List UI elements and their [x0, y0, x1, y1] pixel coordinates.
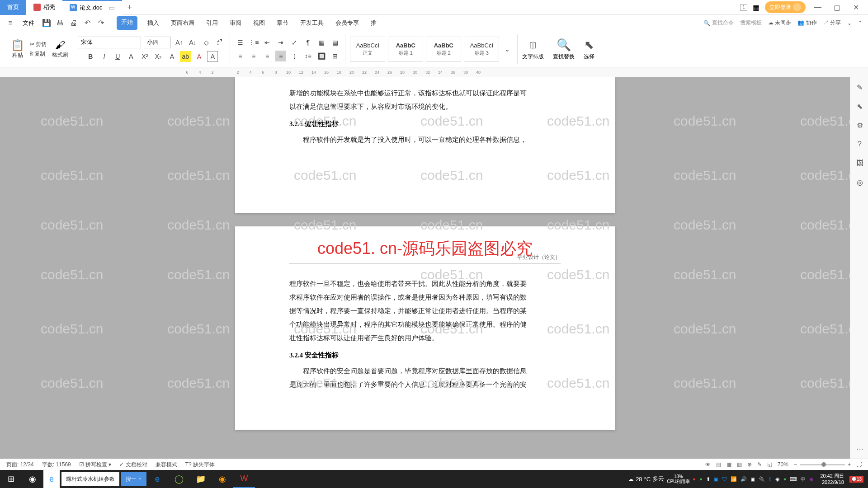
doc-para[interactable]: 以在满足信息管理要求下，从容应对市场环境的变化。 — [289, 100, 561, 113]
tray-wifi-icon[interactable]: 📶 — [731, 476, 737, 482]
style-h3[interactable]: AaBbCcI标题 3 — [464, 37, 499, 62]
page-2[interactable]: 毕业设计（论文） 程序软件一旦不稳定，也会给使用者带来干扰。因此从性能分析的角度… — [235, 226, 615, 430]
file-menu[interactable]: 文件 — [19, 17, 38, 29]
shrink-font-icon[interactable]: A↓ — [187, 37, 198, 48]
tab-document[interactable]: 论文.doc▭ — [62, 0, 122, 15]
menu-tab-view[interactable]: 视图 — [251, 16, 267, 30]
tray-icon[interactable]: ◉ — [809, 476, 814, 482]
tray-icon[interactable]: 🔌 — [759, 476, 765, 482]
minimize-button[interactable]: — — [811, 0, 825, 14]
pointer-icon[interactable]: ⬉ — [854, 101, 865, 112]
grid-icon[interactable]: ▦ — [753, 3, 760, 12]
cpu-widget[interactable]: 18%CPU利用率 — [667, 474, 690, 484]
char-border-button[interactable]: A — [207, 51, 218, 62]
tab-add[interactable]: + — [122, 3, 138, 12]
taskbar-search-button[interactable]: 搜一下 — [121, 472, 146, 486]
spell-check[interactable]: ☑ 拼写检查 ▾ — [79, 461, 112, 469]
paste-icon[interactable]: 📋 — [11, 39, 24, 52]
menu-expand-icon[interactable]: ⌄ — [847, 20, 852, 26]
more-icon[interactable]: ⋯ — [854, 443, 865, 454]
numbering-button[interactable]: ⋮≡ — [248, 37, 259, 48]
text-effect-button[interactable]: A — [166, 51, 177, 62]
size-select[interactable] — [144, 37, 171, 48]
edit-icon[interactable]: ✎ — [757, 461, 762, 468]
save-icon[interactable]: 💾 — [42, 18, 52, 28]
tab-doc-menu-icon[interactable]: ▭ — [109, 4, 115, 11]
font-color-button[interactable]: A — [193, 51, 204, 62]
ie-icon[interactable]: e — [43, 470, 60, 488]
edge-icon[interactable]: e — [146, 470, 168, 488]
tray-icon[interactable]: ◉ — [775, 476, 780, 482]
view-read-icon[interactable]: ⊕ — [747, 461, 752, 468]
zoom-level[interactable]: 70% — [778, 461, 788, 468]
menu-tab-vip[interactable]: 会员专享 — [334, 16, 361, 30]
select-button[interactable]: ⬉选择 — [579, 36, 599, 62]
page-1[interactable]: 新增的功能模块在系统中也能够运行正常，该指标达标也就可以保证此程序是可 以在满足… — [235, 77, 615, 213]
tray-icon[interactable]: ▣ — [714, 476, 718, 482]
close-button[interactable]: ✕ — [849, 0, 863, 14]
taskbar-search[interactable]: 螺杆式冷水机组参数 — [61, 472, 119, 486]
highlight-button[interactable]: ab — [180, 51, 191, 62]
tray-icon[interactable]: ⬆ — [706, 476, 710, 482]
doc-para[interactable]: 壮性指标达标可以让使用者产生良好的用户体验。 — [289, 331, 561, 345]
tray-icon[interactable]: ⌨ — [790, 476, 797, 482]
tray-icon[interactable]: 🛡 — [722, 476, 727, 482]
format-painter-icon[interactable]: 🖌 — [55, 39, 65, 51]
page-indicator[interactable]: 页面: 12/34 — [6, 461, 34, 469]
strike-button[interactable]: A̵ — [126, 51, 137, 62]
align-left-button[interactable]: ≡ — [235, 51, 245, 61]
menu-tab-more[interactable]: 推 — [369, 16, 378, 30]
tray-bluetooth-icon[interactable]: ᛒ — [769, 476, 772, 482]
tray-ime[interactable]: 中 — [801, 476, 806, 483]
redo-icon[interactable]: ↷ — [96, 18, 106, 28]
menu-tab-devtools[interactable]: 开发工具 — [298, 16, 326, 30]
doc-heading-324[interactable]: 3.2.4 安全性指标 — [289, 351, 561, 360]
menu-collapse-icon[interactable]: ⌃ — [858, 20, 863, 26]
document-area[interactable]: code51.cn code51.cn code51.cn code51.cn … — [0, 77, 850, 459]
menu-tab-layout[interactable]: 页面布局 — [169, 16, 196, 30]
search-template[interactable]: 搜索模板 — [740, 19, 762, 27]
doc-heading-323[interactable]: 3.2.3 健壮性指标 — [289, 120, 561, 128]
collab-button[interactable]: 👥 协作 — [797, 19, 816, 27]
explorer-icon[interactable]: 📁 — [190, 470, 212, 488]
browser-icon[interactable]: ◯ — [168, 470, 190, 488]
preview-icon[interactable]: 🖨 — [69, 18, 79, 28]
ruler[interactable]: 642246810121416182022242628303234363840 — [0, 67, 868, 77]
doc-para[interactable]: 据等情况时，程序要一直保持稳定，并能够正常让使用者进行使用。当程序的某 — [289, 304, 561, 318]
tray-icon[interactable]: ▣ — [750, 476, 755, 482]
menu-tab-reference[interactable]: 引用 — [204, 16, 220, 30]
menu-tab-start[interactable]: 开始 — [117, 16, 137, 30]
image-icon[interactable]: 🖼 — [854, 158, 865, 169]
doc-para[interactable]: 求程序软件在应对使用者的误操作，或者是使用者因为各种原因，填写有误的数 — [289, 291, 561, 304]
subscript-button[interactable]: X₂ — [153, 51, 164, 62]
wps-icon[interactable]: W — [233, 470, 255, 488]
menu-tab-chapter[interactable]: 章节 — [275, 16, 290, 30]
indent-button[interactable]: ⇥ — [275, 37, 286, 48]
zoom-slider-thumb[interactable] — [821, 462, 826, 467]
outdent-button[interactable]: ⇤ — [262, 37, 273, 48]
styles-more-icon[interactable]: ⌄ — [502, 44, 513, 55]
style-h1[interactable]: AaBbC标题 1 — [388, 37, 423, 62]
menu-tab-insert[interactable]: 插入 — [146, 16, 161, 30]
view-web-icon[interactable]: ▥ — [737, 461, 742, 468]
tray-icon[interactable]: ● — [699, 476, 703, 482]
eye-icon[interactable]: 👁 — [705, 461, 711, 468]
tray-icon[interactable]: ● — [693, 476, 696, 482]
tab-home[interactable]: 首页 — [0, 0, 26, 15]
para-mark-button[interactable]: ¶ — [302, 37, 313, 48]
align-justify-button[interactable]: ≡ — [275, 51, 286, 61]
pen-icon[interactable]: ✎ — [854, 82, 865, 93]
line-spacing-button[interactable]: ↕≡ — [302, 51, 313, 61]
zoom-in-button[interactable]: + — [848, 461, 851, 468]
bullets-button[interactable]: ☰ — [235, 37, 245, 48]
view-outline-icon[interactable]: ▦ — [726, 461, 731, 468]
tray-icon[interactable]: ● — [783, 476, 787, 482]
copy-button[interactable]: ⎘ 复制 — [30, 50, 47, 58]
doc-proof[interactable]: ✓ 文档校对 — [119, 461, 147, 469]
doc-para[interactable]: 程序软件的安全问题是首要问题，毕竟程序对应数据库里面存放的数据信息 — [289, 364, 561, 378]
weather-widget[interactable]: ☁ 28°C 多云 — [628, 475, 664, 483]
search-command[interactable]: 🔍 查找命令 — [703, 19, 734, 27]
align-center-button[interactable]: ≡ — [248, 51, 259, 61]
superscript-button[interactable]: X² — [139, 51, 150, 62]
doc-para[interactable]: 是庞大的，里面也包括了许多重要的个人信息，这就对程序要具备一个完善的安 — [289, 378, 561, 391]
